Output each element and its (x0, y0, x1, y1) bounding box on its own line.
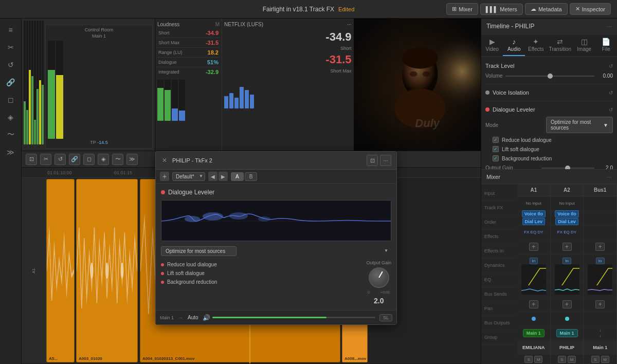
dialogue-leveler-header[interactable]: Dialogue Leveler ↺ (485, 104, 613, 115)
inspector-more-button[interactable]: ··· (607, 23, 612, 29)
tab-video[interactable]: ▶ Video (481, 34, 503, 56)
a2-effects-plus[interactable]: + (562, 243, 572, 251)
checkbox-3[interactable]: ✓ (493, 155, 499, 161)
link-button[interactable]: 🔗 (69, 154, 80, 165)
mixer-more-button[interactable]: ··· (607, 174, 612, 180)
dialogue-leveler-reset-icon[interactable]: ↺ (609, 107, 613, 113)
netflix-more-icon[interactable]: ··· (347, 22, 351, 27)
tab-transition[interactable]: ⇄ Transition (547, 34, 573, 56)
track-output-bar: Main 1 → Auto 🔊 SL (156, 310, 396, 324)
preset-add-button[interactable]: + (160, 172, 169, 181)
tab-effects-label: Effects (528, 46, 543, 52)
snap-button[interactable]: ⊡ (26, 154, 37, 165)
cut-button[interactable]: ✂ (40, 154, 51, 165)
sidebar-icon-8[interactable]: ≫ (4, 145, 18, 159)
gain-scale: 0 +6dB (368, 290, 390, 295)
bus1-fader-2[interactable]: M (601, 356, 609, 363)
tab-file[interactable]: 📄 File (595, 34, 616, 56)
bus1-order (584, 225, 616, 240)
volume-slider[interactable] (212, 317, 375, 318)
bus1-busoutputs: ↓ ↓ (584, 326, 616, 340)
bus1-header: Bus1 (584, 184, 616, 196)
a1-in-btn[interactable]: In (530, 258, 538, 264)
a1-order: FX EQ DY (517, 225, 550, 240)
preset-prev-button[interactable]: ◀ (208, 172, 217, 181)
output-gain-slider[interactable] (541, 168, 594, 169)
metadata-button[interactable]: ☁ Metadata (525, 3, 568, 15)
a2-fader-2[interactable]: M (568, 356, 576, 363)
sidebar-icon-2[interactable]: ✂ (4, 40, 18, 54)
a1-effects-plus[interactable]: + (529, 243, 538, 251)
undo-button[interactable]: ↺ (55, 154, 66, 165)
fx-expand-button[interactable]: ⊡ (367, 155, 378, 166)
netflix-label: NETFLIX (LUFS) (224, 22, 263, 27)
track-level-reset-icon[interactable]: ↺ (609, 63, 613, 69)
mode-select[interactable]: Optimize for most sources (161, 246, 237, 256)
ab-a-button[interactable]: A (231, 172, 244, 181)
audio-clip-1[interactable]: A5... (46, 179, 75, 362)
volume-mini-slider[interactable] (505, 76, 594, 77)
sidebar-icon-7[interactable]: 〜 (4, 128, 18, 142)
a2-bus-plus[interactable]: + (562, 300, 572, 308)
mixer-button[interactable]: ⊞ Mixer (446, 3, 478, 15)
a2-in-btn[interactable]: In (562, 258, 571, 264)
checkbox-1[interactable]: ✓ (493, 137, 499, 143)
a2-voice-ilo-tag[interactable]: Voice Ilo (555, 210, 578, 217)
audio-clip-2[interactable]: A003_01020 (76, 179, 138, 362)
bus1-in-btn[interactable]: In (596, 258, 605, 264)
meters-button[interactable]: ▌▌▌ Meters (480, 4, 523, 15)
tab-image[interactable]: ◫ Image (573, 34, 595, 56)
inspector-button[interactable]: ✕ Inspector (570, 3, 611, 15)
bus1-trackfx (584, 211, 616, 225)
ab-b-button[interactable]: B (245, 172, 258, 181)
fx-more-button[interactable]: ··· (380, 155, 391, 166)
option-label-2: Lift soft dialogue (167, 270, 205, 276)
a2-bus-output[interactable]: Main 1 (556, 329, 578, 337)
a1-bus-plus[interactable]: + (529, 300, 538, 308)
mode-dropdown[interactable]: Optimize for most sources ▼ (546, 117, 613, 133)
bus1-bus-plus[interactable]: + (595, 300, 605, 308)
a1-bus-output[interactable]: Main 1 (523, 329, 545, 337)
sidebar-icon-5[interactable]: ◻ (4, 93, 18, 107)
a1-dynamics (517, 268, 550, 283)
a2-dial-lev-tag[interactable]: Dial Lev (555, 218, 578, 225)
sidebar-icon-1[interactable]: ≡ (4, 23, 18, 37)
tab-effects[interactable]: ✦ Effects (525, 34, 547, 56)
preset-next-button[interactable]: ▶ (219, 172, 228, 181)
tab-video-label: Video (486, 46, 499, 52)
checkbox-2[interactable]: ✓ (493, 146, 499, 152)
inspector-icon: ✕ (575, 6, 580, 12)
ab-buttons: A B (231, 172, 257, 181)
a1-pan-dot[interactable] (532, 317, 536, 321)
bus1-effects-plus[interactable]: + (595, 243, 605, 251)
color-button[interactable]: ◈ (98, 154, 109, 165)
a1-voice-iso-tag[interactable]: Voice Ilo (522, 210, 546, 217)
fx-panel-close-button[interactable]: ✕ (161, 157, 168, 164)
arrows-button[interactable]: ≫ (126, 154, 138, 165)
preset-select[interactable]: Default* (172, 172, 205, 181)
volume-value: 0.00 (597, 73, 613, 79)
sidebar-icon-6[interactable]: ◈ (4, 110, 18, 124)
a1-effects: + (517, 240, 550, 254)
track-level-title: Track Level (485, 63, 606, 69)
sidebar-icon-3[interactable]: ↺ (4, 58, 18, 72)
bus1-fader-1[interactable]: S (591, 356, 600, 363)
video-frame: Duly (354, 19, 481, 151)
track-level-header[interactable]: Track Level ↺ (485, 61, 613, 71)
a1-fader-1[interactable]: S (524, 356, 533, 363)
a1-dial-lev-tag[interactable]: Dial Lev (522, 218, 546, 225)
output-gain-label: Output Gain (366, 260, 391, 265)
volume-icon: 🔊 (203, 314, 210, 321)
output-gain-inspector-row: Output Gain 2.0 (485, 163, 613, 169)
a1-group: EMILIANA (517, 340, 550, 355)
sidebar-icon-4[interactable]: 🔗 (4, 75, 18, 89)
clip-button[interactable]: ◻ (83, 154, 95, 165)
voice-isolation-header[interactable]: Voice Isolation ↺ (485, 87, 613, 98)
a2-fader-1[interactable]: S (558, 356, 566, 363)
a1-fader-2[interactable]: M (534, 356, 542, 363)
gain-knob[interactable] (369, 267, 389, 288)
waveform-button[interactable]: 〜 (112, 154, 123, 165)
tab-audio[interactable]: ♪ Audio (503, 34, 524, 56)
voice-isolation-reset-icon[interactable]: ↺ (609, 90, 613, 96)
a2-pan-dot[interactable] (565, 317, 569, 321)
